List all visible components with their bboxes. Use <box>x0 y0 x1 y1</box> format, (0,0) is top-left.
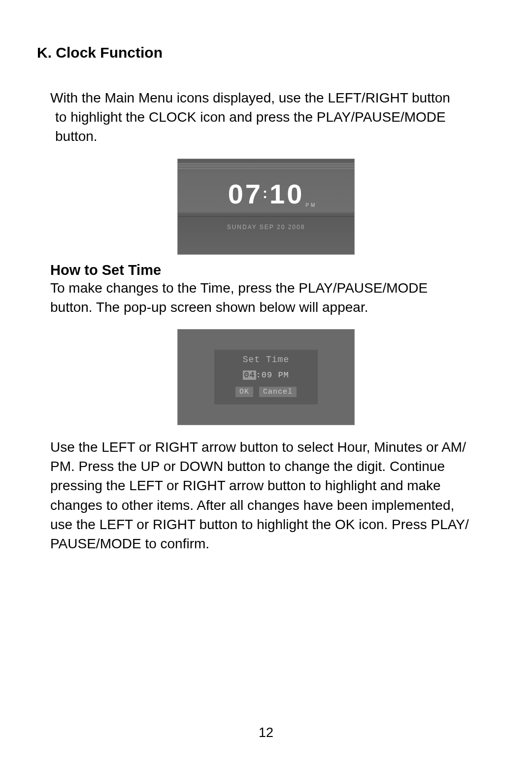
instr-line-6: PAUSE/MODE to confirm. <box>50 534 498 553</box>
dialog-title: Set Time <box>214 355 318 365</box>
device-screen-settime: Set Time 04:09 PM OK Cancel <box>177 329 355 425</box>
set-time-screenshot: Set Time 04:09 PM OK Cancel <box>34 329 498 425</box>
dialog-hour-selected: 04 <box>243 370 256 380</box>
clock-colon: : <box>263 185 269 201</box>
screen-decoration <box>178 163 354 170</box>
cancel-button: Cancel <box>259 387 297 397</box>
dialog-colon: : <box>256 370 262 380</box>
instructions-paragraph: Use the LEFT or RIGHT arrow button to se… <box>34 437 498 553</box>
set-time-dialog: Set Time 04:09 PM OK Cancel <box>214 350 318 404</box>
intro-line-3: button. <box>55 127 498 146</box>
instr-line-5: use the LEFT or RIGHT button to highligh… <box>50 515 498 534</box>
clock-screenshot: 07:10 PM SUNDAY SEP 20 2008 <box>34 159 498 255</box>
ok-button: OK <box>235 387 253 397</box>
instr-line-2: PM. Press the UP or DOWN button to chang… <box>50 457 498 476</box>
clock-ampm: PM <box>305 202 317 208</box>
device-screen-clock: 07:10 PM SUNDAY SEP 20 2008 <box>177 159 355 255</box>
clock-time-display: 07:10 PM <box>228 178 304 210</box>
set-time-paragraph: To make changes to the Time, press the P… <box>34 278 498 317</box>
dialog-buttons: OK Cancel <box>214 387 318 397</box>
intro-line-1: With the Main Menu icons displayed, use … <box>50 88 498 107</box>
intro-paragraph: With the Main Menu icons displayed, use … <box>34 88 498 146</box>
clock-minute: 10 <box>269 178 304 209</box>
dialog-minute: 09 <box>262 370 272 380</box>
set-time-heading: How to Set Time <box>50 262 498 278</box>
page-number: 12 <box>259 725 273 740</box>
instr-line-3: pressing the LEFT or RIGHT arrow button … <box>50 476 498 495</box>
section-heading: K. Clock Function <box>37 44 498 61</box>
clock-hour: 07 <box>228 178 263 209</box>
set-time-line-2: button. The pop-up screen shown below wi… <box>50 298 498 317</box>
set-time-line-1: To make changes to the Time, press the P… <box>50 278 498 298</box>
dialog-ampm: PM <box>278 370 289 380</box>
instr-line-4: changes to other items. After all change… <box>50 496 498 515</box>
intro-line-2: to highlight the CLOCK icon and press th… <box>55 107 498 127</box>
dialog-time-value: 04:09 PM <box>214 370 318 380</box>
instr-line-1: Use the LEFT or RIGHT arrow button to se… <box>50 437 498 457</box>
clock-date: SUNDAY SEP 20 2008 <box>227 224 305 231</box>
screen-divider <box>178 216 354 217</box>
